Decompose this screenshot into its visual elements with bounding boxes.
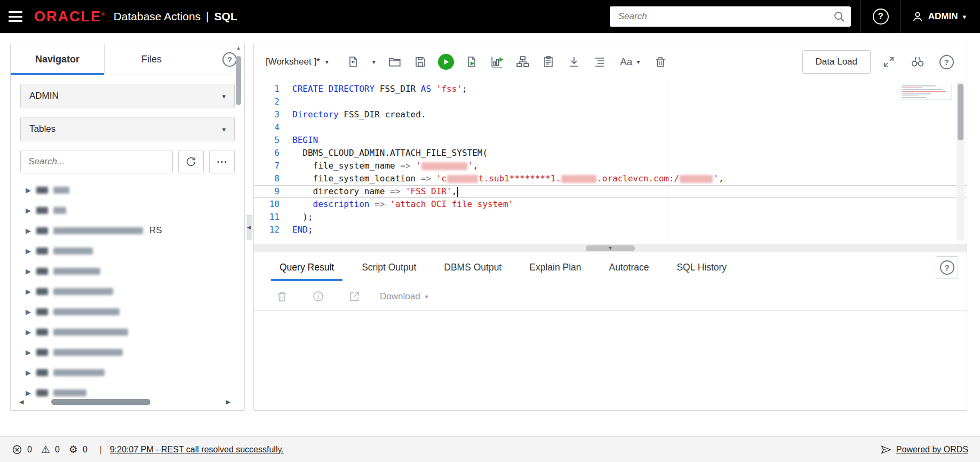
code-line[interactable]: 8 file_system_location => 'ct.sub1******… bbox=[254, 172, 967, 185]
warnings-icon[interactable]: ⚠ bbox=[41, 443, 50, 456]
scroll-up-icon[interactable]: ▲ bbox=[236, 44, 241, 52]
code-line[interactable]: 1CREATE DIRECTORY FSS_DIR AS 'fss'; bbox=[254, 83, 967, 95]
indent-icon bbox=[593, 55, 606, 68]
code-line[interactable]: 9 directory_name => 'FSS_DIR', bbox=[254, 185, 967, 198]
collapse-sidebar-button[interactable]: ◀ bbox=[246, 215, 252, 240]
sidebar-horizontal-scrollbar[interactable]: ◀ ▶ bbox=[19, 397, 230, 406]
vertical-scroll-thumb[interactable] bbox=[236, 56, 241, 105]
expand-arrow-icon[interactable]: ▶ bbox=[26, 328, 31, 336]
run-script-button[interactable] bbox=[461, 51, 482, 73]
code-line[interactable]: 12END; bbox=[254, 224, 967, 236]
results-help-button[interactable]: ? bbox=[936, 256, 958, 278]
line-number: 5 bbox=[254, 134, 292, 147]
search-input[interactable] bbox=[610, 6, 851, 27]
format-button[interactable] bbox=[589, 51, 610, 73]
code-editor[interactable]: 1CREATE DIRECTORY FSS_DIR AS 'fss';23Dir… bbox=[254, 79, 967, 244]
gear-icon[interactable]: ⚙ bbox=[69, 443, 78, 456]
code-line[interactable]: 5BEGIN bbox=[254, 134, 967, 147]
expand-arrow-icon[interactable]: ▶ bbox=[26, 389, 31, 397]
tree-item[interactable]: ▶ bbox=[11, 241, 244, 261]
expand-arrow-icon[interactable]: ▶ bbox=[26, 369, 31, 377]
worksheet-selector[interactable]: [Worksheet ]* ▾ bbox=[266, 57, 329, 67]
find-button[interactable] bbox=[907, 51, 928, 73]
search-icon[interactable] bbox=[833, 10, 846, 23]
status-message-link[interactable]: 9:20:07 PM - REST call resolved successf… bbox=[110, 445, 284, 455]
tree-item[interactable]: ▶RS bbox=[11, 220, 244, 241]
explain-plan-button[interactable] bbox=[512, 51, 533, 73]
splitter-collapse-button[interactable]: ▼ bbox=[586, 245, 635, 251]
expand-arrow-icon[interactable]: ▶ bbox=[26, 267, 31, 275]
menu-icon[interactable] bbox=[9, 11, 22, 22]
expand-arrow-icon[interactable]: ▶ bbox=[26, 288, 31, 296]
expand-arrow-icon[interactable]: ▶ bbox=[26, 186, 31, 194]
results-tab-dbms-output[interactable]: DBMS Output bbox=[430, 252, 515, 282]
new-worksheet-button[interactable] bbox=[342, 51, 364, 73]
code-line[interactable]: 3Directory FSS_DIR created. bbox=[254, 108, 967, 121]
chevron-down-icon: ▾ bbox=[325, 58, 329, 66]
redacted-object-name bbox=[53, 187, 69, 194]
expand-arrow-icon[interactable]: ▶ bbox=[26, 206, 31, 214]
code-line[interactable]: 2 bbox=[254, 95, 967, 108]
results-tab-query-result[interactable]: Query Result bbox=[266, 252, 348, 282]
code-line[interactable]: 10 description => 'attach OCI file syste… bbox=[254, 198, 967, 211]
expand-arrow-icon[interactable]: ▶ bbox=[26, 348, 31, 356]
powered-by-ords-link[interactable]: Powered by ORDS bbox=[896, 445, 968, 455]
clear-button[interactable] bbox=[650, 51, 671, 73]
results-tab-sql-history[interactable]: SQL History bbox=[663, 252, 740, 282]
tree-item[interactable]: ▶ bbox=[11, 342, 244, 362]
open-file-button[interactable] bbox=[384, 51, 405, 73]
tree-item[interactable]: ▶ bbox=[11, 261, 244, 281]
tree-item[interactable]: ▶ bbox=[11, 301, 244, 322]
editor-vertical-scrollbar[interactable] bbox=[957, 82, 965, 241]
editor-minimap[interactable] bbox=[901, 84, 952, 100]
object-type-select[interactable]: Tables ▾ bbox=[20, 117, 235, 141]
schema-select[interactable]: ADMIN ▾ bbox=[20, 84, 235, 108]
tab-navigator[interactable]: Navigator bbox=[11, 44, 105, 75]
clear-results-button[interactable] bbox=[271, 286, 292, 307]
code-line[interactable]: 4 bbox=[254, 121, 967, 134]
user-menu[interactable]: ADMIN ▾ bbox=[901, 0, 980, 33]
code-line[interactable]: 7 file_system_name => '', bbox=[254, 160, 967, 172]
expand-arrow-icon[interactable]: ▶ bbox=[26, 227, 31, 235]
editor-results-splitter[interactable]: ▼ bbox=[254, 244, 967, 252]
expand-arrow-icon[interactable]: ▶ bbox=[26, 308, 31, 316]
code-line[interactable]: 6 DBMS_CLOUD_ADMIN.ATTACH_FILE_SYSTEM( bbox=[254, 147, 967, 160]
redacted-object-name bbox=[53, 349, 123, 356]
save-button[interactable] bbox=[410, 51, 431, 73]
object-search-input[interactable] bbox=[20, 150, 173, 173]
tree-item[interactable]: ▶ bbox=[11, 200, 244, 220]
result-info-button[interactable] bbox=[307, 286, 329, 307]
more-actions-button[interactable]: ⋯ bbox=[209, 150, 235, 173]
results-tab-explain-plan[interactable]: Explain Plan bbox=[515, 252, 595, 282]
worksheet-help-button[interactable]: ? bbox=[936, 51, 957, 73]
tree-item[interactable]: ▶ bbox=[11, 281, 244, 301]
tree-item[interactable]: ▶ bbox=[11, 322, 244, 342]
refresh-button[interactable] bbox=[178, 150, 204, 173]
new-worksheet-menu-button[interactable]: ▾ bbox=[368, 51, 380, 73]
code-line[interactable]: 11 ); bbox=[254, 211, 967, 224]
horizontal-scroll-thumb[interactable] bbox=[51, 399, 150, 405]
expand-arrow-icon[interactable]: ▶ bbox=[26, 247, 31, 255]
sidebar-vertical-scrollbar[interactable]: ▲ bbox=[234, 44, 243, 392]
editor-scroll-thumb[interactable] bbox=[958, 84, 963, 140]
results-tab-script-output[interactable]: Script Output bbox=[348, 252, 430, 282]
sql-monitor-button[interactable] bbox=[538, 51, 559, 73]
data-load-button[interactable]: Data Load bbox=[802, 50, 871, 74]
autotrace-button[interactable] bbox=[487, 51, 508, 73]
run-statement-button[interactable] bbox=[435, 51, 457, 73]
redacted-object-name bbox=[36, 187, 48, 194]
open-in-new-button[interactable] bbox=[344, 286, 365, 307]
errors-icon[interactable] bbox=[12, 444, 22, 455]
tab-files[interactable]: Files bbox=[105, 44, 198, 75]
maximize-button[interactable] bbox=[878, 51, 899, 73]
font-size-button[interactable]: Aa ▾ bbox=[615, 51, 646, 73]
results-tab-autotrace[interactable]: Autotrace bbox=[595, 252, 663, 282]
chevron-down-icon: ▾ bbox=[372, 58, 376, 66]
header-help-button[interactable]: ? bbox=[861, 0, 901, 33]
scroll-right-icon[interactable]: ▶ bbox=[226, 399, 230, 405]
tree-item[interactable]: ▶ bbox=[11, 362, 244, 383]
tree-item[interactable]: ▶ bbox=[11, 180, 244, 200]
scroll-left-icon[interactable]: ◀ bbox=[19, 399, 23, 405]
download-results-button[interactable]: Download ▾ bbox=[380, 291, 428, 302]
download-button[interactable] bbox=[563, 51, 585, 73]
